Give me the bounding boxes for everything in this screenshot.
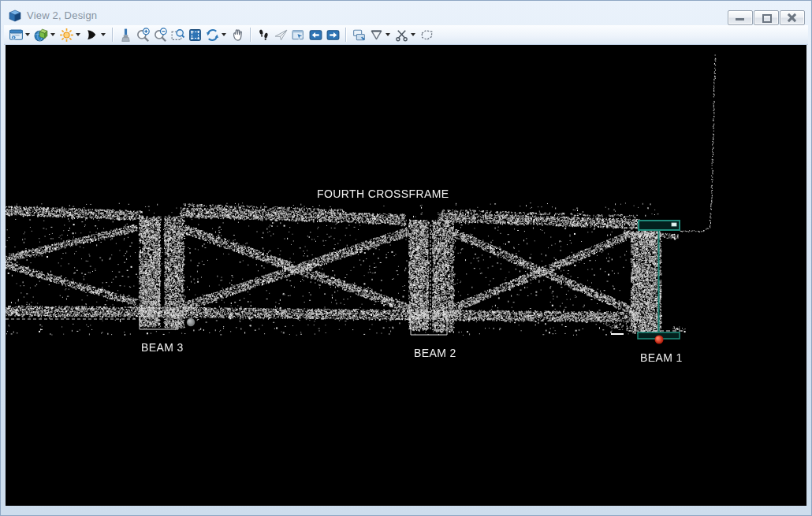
close-button[interactable] — [780, 10, 805, 25]
zoom-out-button[interactable] — [151, 26, 169, 43]
view-next-button[interactable] — [324, 26, 341, 43]
adjust-brightness-dropdown[interactable] — [76, 33, 80, 36]
display-style-icon — [34, 28, 49, 43]
clip-volume-dropdown[interactable] — [386, 33, 390, 36]
brightness-sun-icon — [59, 28, 74, 43]
render-mode-icon — [84, 28, 99, 43]
view-previous-icon — [308, 28, 323, 43]
fly-button[interactable] — [272, 26, 289, 43]
restore-button[interactable] — [754, 10, 779, 25]
toolbar-separator — [112, 28, 113, 42]
toolbar-separator — [250, 28, 251, 42]
update-view-brush-icon — [118, 28, 133, 43]
view-toolbar — [4, 25, 808, 45]
render-mode-button[interactable] — [83, 26, 100, 43]
clip-mask-button[interactable] — [393, 26, 410, 43]
clip-mask-scissors-icon — [394, 28, 409, 43]
viewport-text-label: BEAM 3 — [141, 341, 184, 354]
display-style-button[interactable] — [32, 26, 50, 43]
toolbar-separator — [345, 28, 346, 42]
section-clip-icon — [419, 28, 434, 43]
clip-mask-dropdown[interactable] — [411, 33, 415, 36]
clip-volume-button[interactable] — [367, 26, 385, 43]
view-attributes-button[interactable] — [7, 26, 24, 43]
display-style-dropdown[interactable] — [50, 33, 55, 36]
fit-view-icon — [188, 28, 203, 43]
rotate-view-icon — [205, 28, 220, 43]
section-clip-button[interactable] — [418, 26, 435, 43]
navigate-view-button[interactable] — [289, 26, 307, 43]
zoom-in-icon — [136, 28, 151, 43]
minimize-icon — [736, 18, 744, 20]
view-cube-icon — [9, 9, 21, 22]
copy-view-button[interactable] — [350, 26, 367, 43]
view-window: View 2, Design — [0, 0, 812, 516]
pan-hand-icon — [230, 28, 245, 43]
viewport-text-label: BEAM 2 — [414, 347, 456, 359]
view-next-icon — [326, 28, 341, 43]
viewport-text-label: BEAM 1 — [640, 351, 683, 364]
walk-button[interactable] — [255, 26, 272, 43]
walk-footprints-icon — [256, 28, 271, 43]
window-title: View 2, Design — [27, 9, 97, 21]
view-previous-button[interactable] — [307, 26, 324, 43]
window-area-icon — [170, 28, 185, 43]
rotate-view-button[interactable] — [203, 26, 221, 43]
fly-paper-plane-icon — [274, 28, 289, 43]
navigate-view-icon — [291, 28, 306, 43]
view-attributes-dropdown[interactable] — [25, 33, 30, 36]
window-area-button[interactable] — [169, 26, 186, 43]
copy-view-icon — [352, 28, 367, 43]
clip-volume-icon — [369, 28, 384, 43]
titlebar[interactable]: View 2, Design — [1, 1, 811, 26]
zoom-out-icon — [153, 28, 168, 43]
fit-view-button[interactable] — [186, 26, 203, 43]
close-icon — [787, 13, 797, 22]
zoom-in-button[interactable] — [134, 26, 151, 43]
design-viewport[interactable]: FOURTH CROSSFRAMEBEAM 3BEAM 2BEAM 1 — [6, 45, 806, 506]
viewport-text-label: FOURTH CROSSFRAME — [317, 187, 449, 200]
adjust-brightness-button[interactable] — [58, 26, 75, 43]
restore-icon — [762, 14, 772, 23]
pan-view-button[interactable] — [229, 26, 246, 43]
update-view-button[interactable] — [117, 26, 134, 43]
view-attributes-icon — [9, 28, 24, 43]
render-mode-dropdown[interactable] — [101, 33, 106, 36]
pointcloud-canvas[interactable] — [6, 45, 806, 506]
rotate-view-dropdown[interactable] — [222, 33, 226, 36]
minimize-button[interactable] — [728, 10, 753, 25]
